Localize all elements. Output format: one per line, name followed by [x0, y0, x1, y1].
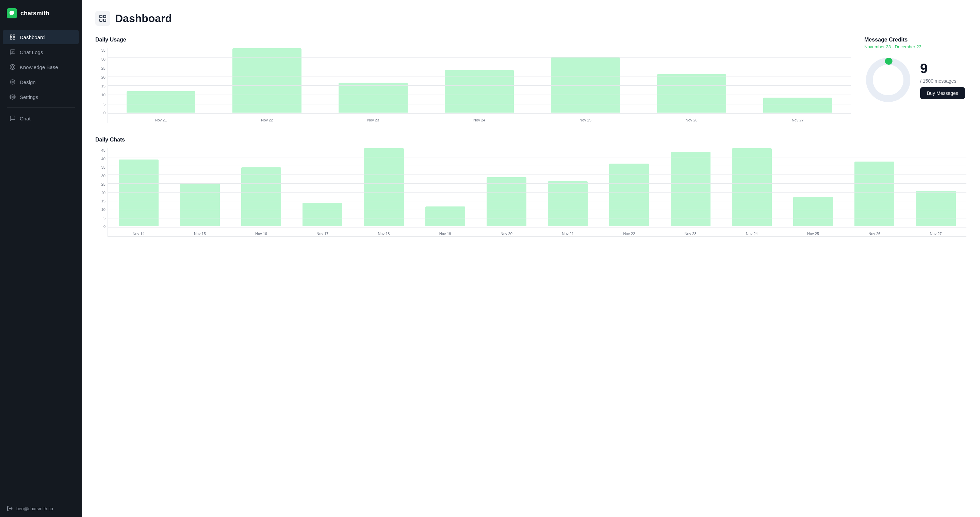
- bar: [445, 70, 514, 113]
- bar: [732, 148, 772, 226]
- bar-label: Nov 15: [194, 230, 206, 236]
- bar-group: Nov 21: [108, 48, 214, 123]
- user-email: ben@chatsmith.co: [16, 506, 53, 511]
- bar-group: Nov 26: [638, 48, 745, 123]
- credits-number: 9: [920, 61, 965, 76]
- bar-label: Nov 18: [378, 230, 390, 236]
- logo-text: chatsmith: [21, 10, 49, 17]
- bar-label: Nov 24: [473, 116, 485, 123]
- bar-label: Nov 21: [562, 230, 574, 236]
- credits-content: 9 / 1500 messages Buy Messages: [864, 56, 966, 104]
- sidebar-divider: [7, 108, 75, 108]
- daily-usage-title: Daily Usage: [95, 37, 851, 43]
- bar-label: Nov 14: [133, 230, 145, 236]
- sidebar-item-chat-logs[interactable]: Chat Logs: [3, 45, 79, 59]
- sidebar-item-knowledge-base[interactable]: Knowledge Base: [3, 60, 79, 74]
- bar-group: Nov 23: [660, 148, 721, 236]
- bar: [339, 82, 408, 113]
- bar: [241, 167, 281, 226]
- bar: [364, 148, 404, 226]
- sidebar-item-chat[interactable]: Chat: [3, 111, 79, 125]
- sidebar-item-label: Chat: [20, 116, 30, 121]
- bar-label: Nov 25: [807, 230, 819, 236]
- bar-label: Nov 25: [579, 116, 592, 123]
- svg-rect-2: [10, 38, 12, 40]
- bar-label: Nov 26: [686, 116, 698, 123]
- bar: [657, 74, 726, 113]
- bar: [609, 163, 649, 226]
- svg-rect-18: [100, 19, 102, 21]
- bar-group: Nov 14: [108, 148, 169, 236]
- bar-group: Nov 24: [721, 148, 782, 236]
- bar-group: Nov 16: [231, 148, 292, 236]
- svg-rect-3: [13, 38, 15, 40]
- sidebar-item-dashboard[interactable]: Dashboard: [3, 30, 79, 44]
- buy-messages-button[interactable]: Buy Messages: [920, 87, 965, 99]
- bar: [548, 181, 588, 226]
- bar: [425, 206, 465, 226]
- bar: [671, 152, 711, 226]
- page-header-icon: [95, 11, 110, 26]
- bar: [127, 91, 196, 113]
- sidebar-item-settings[interactable]: Settings: [3, 90, 79, 104]
- bar-label: Nov 20: [501, 230, 512, 236]
- svg-rect-16: [100, 15, 102, 18]
- bar-label: Nov 22: [623, 230, 635, 236]
- bar-label: Nov 26: [869, 230, 880, 236]
- credits-total: / 1500 messages: [920, 78, 965, 84]
- message-credits: Message Credits November 23 - December 2…: [864, 37, 966, 104]
- svg-point-7: [11, 66, 14, 68]
- daily-usage-chart: Daily Usage 0 5 10 15 20 25 30 35 Nov 21…: [95, 37, 851, 123]
- bar-label: Nov 16: [255, 230, 267, 236]
- daily-chats-title: Daily Chats: [95, 137, 966, 143]
- bar: [854, 162, 894, 226]
- logo-icon: [7, 8, 17, 18]
- bar: [232, 48, 301, 113]
- daily-chats-section: Daily Chats 0 5 10 15 20 25 30 35 40 45 …: [95, 137, 966, 237]
- credits-info: 9 / 1500 messages Buy Messages: [920, 61, 965, 99]
- bar-label: Nov 24: [746, 230, 758, 236]
- sidebar-item-label: Design: [20, 79, 36, 85]
- bar-group: Nov 24: [426, 48, 533, 123]
- dashboard-icon: [99, 14, 107, 22]
- bar-label: Nov 27: [930, 230, 942, 236]
- bar-group: Nov 23: [320, 48, 426, 123]
- bar-label: Nov 27: [792, 116, 804, 123]
- bar-group: Nov 25: [532, 48, 638, 123]
- sidebar-nav: Dashboard Chat Logs Knowledge Base: [0, 27, 82, 500]
- bar-group: Nov 22: [598, 148, 660, 236]
- sidebar-item-label: Settings: [20, 94, 38, 100]
- bar-label: Nov 19: [439, 230, 451, 236]
- svg-point-13: [12, 81, 14, 83]
- bar-group: Nov 15: [169, 148, 231, 236]
- bar: [180, 183, 220, 226]
- charts-row: Daily Usage 0 5 10 15 20 25 30 35 Nov 21…: [95, 37, 966, 123]
- sidebar: chatsmith Dashboard Chat Logs: [0, 0, 82, 517]
- bar-group: Nov 25: [782, 148, 843, 236]
- bar-label: Nov 21: [155, 116, 167, 123]
- bar: [119, 160, 159, 226]
- bar: [551, 57, 620, 113]
- logout-icon[interactable]: [7, 506, 13, 512]
- svg-rect-19: [103, 19, 106, 21]
- bar-group: Nov 17: [292, 148, 353, 236]
- bar: [916, 191, 956, 226]
- bar-group: Nov 26: [844, 148, 905, 236]
- sidebar-item-design[interactable]: Design: [3, 75, 79, 89]
- bar-group: Nov 20: [476, 148, 537, 236]
- bar-label: Nov 22: [261, 116, 273, 123]
- donut-chart: [864, 56, 912, 104]
- sidebar-item-label: Knowledge Base: [20, 64, 58, 70]
- bar-group: Nov 21: [537, 148, 598, 236]
- svg-point-14: [12, 96, 14, 98]
- bar-group: Nov 27: [905, 148, 966, 236]
- bar-group: Nov 22: [214, 48, 320, 123]
- bar-group: Nov 19: [414, 148, 476, 236]
- bar: [793, 197, 833, 226]
- page-title: Dashboard: [115, 12, 172, 25]
- bar: [302, 203, 342, 226]
- svg-rect-17: [103, 15, 106, 18]
- bar-label: Nov 23: [367, 116, 379, 123]
- svg-rect-0: [10, 35, 12, 36]
- svg-rect-1: [13, 35, 15, 36]
